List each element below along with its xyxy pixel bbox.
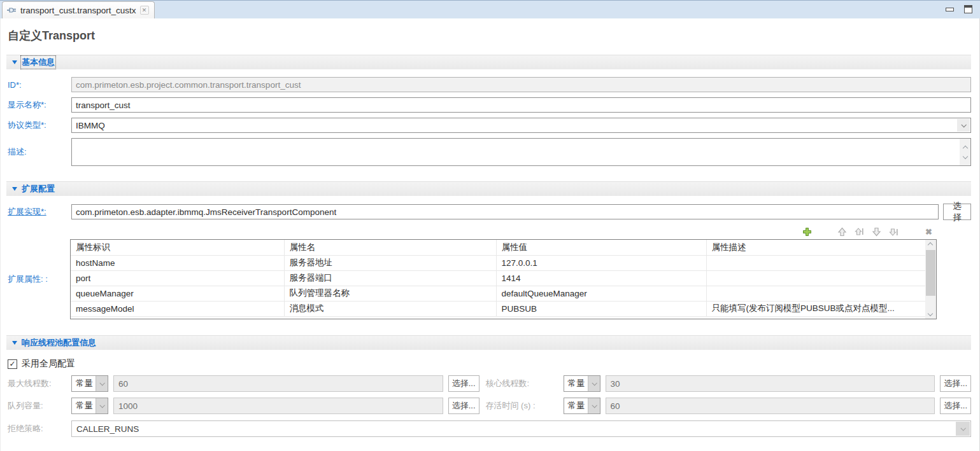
col-header-value[interactable]: 属性值 bbox=[496, 240, 706, 255]
section-thread-pool[interactable]: 响应线程池配置信息 bbox=[6, 335, 971, 350]
col-header-key[interactable]: 属性标识 bbox=[71, 240, 284, 255]
ext-props-label: 扩展属性: : bbox=[6, 274, 70, 285]
section-ext-config-title: 扩展配置 bbox=[22, 183, 55, 195]
cell-name[interactable]: 消息模式 bbox=[284, 301, 496, 316]
display-name-label: 显示名称*: bbox=[8, 99, 71, 111]
scroll-up-icon[interactable] bbox=[928, 242, 933, 247]
chevron-down-icon bbox=[588, 398, 600, 413]
chevron-down-icon bbox=[96, 376, 108, 391]
max-threads-label: 最大线程数: bbox=[8, 378, 71, 389]
table-row[interactable]: messageModel 消息模式 PUBSUB 只能填写(发布订阅模型PUBS… bbox=[71, 301, 925, 316]
delete-row-icon[interactable]: ✖ bbox=[923, 226, 934, 237]
maximize-view-icon[interactable] bbox=[964, 5, 972, 13]
cell-key[interactable]: queueManager bbox=[71, 286, 284, 301]
global-config-checkbox[interactable]: ✓ bbox=[8, 359, 17, 369]
table-row[interactable]: port 服务器端口 1414 bbox=[71, 270, 925, 286]
cell-value[interactable]: PUBSUB bbox=[496, 301, 706, 316]
tab-title: transport_cust.transport_custx bbox=[20, 6, 136, 15]
mode-value: 常量 bbox=[564, 398, 588, 413]
queue-capacity-label: 队列容量: bbox=[8, 400, 71, 412]
cell-name[interactable]: 服务器地址 bbox=[284, 255, 496, 270]
move-to-bottom-icon[interactable] bbox=[888, 226, 899, 237]
max-threads-choose-button[interactable]: 选择... bbox=[448, 375, 479, 392]
cell-desc[interactable] bbox=[706, 255, 925, 270]
cell-desc[interactable] bbox=[706, 286, 925, 301]
keep-alive-mode-select: 常量 bbox=[564, 398, 600, 414]
keep-alive-label: 存活时间 (s) : bbox=[486, 400, 564, 412]
ext-impl-choose-button[interactable]: 选择 bbox=[943, 204, 971, 220]
scroll-down-icon[interactable] bbox=[928, 311, 933, 316]
keep-alive-input: 60 bbox=[606, 398, 935, 414]
table-row[interactable]: hostName 服务器地址 127.0.0.1 bbox=[71, 255, 925, 270]
col-header-desc[interactable]: 属性描述 bbox=[706, 240, 925, 255]
max-threads-mode-select: 常量 bbox=[71, 375, 108, 392]
chevron-down-icon bbox=[588, 376, 600, 391]
queue-capacity-mode-select: 常量 bbox=[71, 398, 108, 414]
queue-capacity-input: 1000 bbox=[113, 398, 443, 414]
table-header-row: 属性标识 属性名 属性值 属性描述 bbox=[71, 240, 925, 255]
id-label: ID*: bbox=[8, 80, 71, 90]
protocol-type-label: 协议类型*: bbox=[8, 120, 71, 131]
core-threads-label: 核心线程数: bbox=[486, 378, 564, 389]
cell-desc[interactable]: 只能填写(发布订阅模型PUBSUB或点对点模型... bbox=[706, 301, 925, 316]
core-threads-choose-button[interactable]: 选择... bbox=[940, 375, 971, 392]
section-collapse-icon bbox=[12, 341, 17, 345]
ext-props-table: 属性标识 属性名 属性值 属性描述 hostName 服务器地址 127.0.0… bbox=[70, 239, 937, 319]
chevron-down-icon bbox=[956, 422, 970, 436]
cell-value[interactable]: 127.0.0.1 bbox=[496, 255, 706, 270]
tab-close-icon[interactable]: ✕ bbox=[140, 6, 149, 15]
queue-capacity-choose-button[interactable]: 选择... bbox=[448, 398, 479, 414]
core-threads-mode-select: 常量 bbox=[564, 375, 600, 392]
ext-impl-link[interactable]: 扩展实现*: bbox=[8, 206, 71, 218]
cell-value[interactable]: defaultQueueManager bbox=[496, 286, 706, 301]
core-threads-input: 30 bbox=[606, 375, 935, 392]
protocol-type-value: IBMMQ bbox=[76, 121, 105, 130]
keep-alive-choose-button[interactable]: 选择... bbox=[940, 398, 971, 414]
display-name-input[interactable]: transport_cust bbox=[71, 97, 971, 113]
section-basic-info-title: 基本信息 bbox=[22, 57, 55, 68]
description-label: 描述: bbox=[8, 146, 71, 158]
global-config-label: 采用全局配置 bbox=[22, 358, 75, 370]
mode-value: 常量 bbox=[72, 398, 96, 413]
cell-desc[interactable] bbox=[706, 270, 925, 286]
section-collapse-icon bbox=[12, 187, 17, 191]
scroll-down-icon[interactable] bbox=[962, 153, 967, 158]
ext-props-toolbar: ✖ bbox=[6, 226, 934, 237]
id-input: com.primeton.esb.project.common.transpor… bbox=[71, 77, 971, 92]
cell-key[interactable]: hostName bbox=[71, 255, 284, 270]
move-to-top-icon[interactable] bbox=[854, 226, 865, 237]
reject-policy-select: CALLER_RUNS bbox=[71, 420, 971, 437]
reject-policy-value: CALLER_RUNS bbox=[76, 424, 139, 434]
chevron-down-icon[interactable] bbox=[957, 119, 970, 132]
mode-value: 常量 bbox=[564, 376, 588, 391]
cell-name[interactable]: 队列管理器名称 bbox=[284, 286, 496, 301]
move-up-icon[interactable] bbox=[837, 226, 848, 237]
cell-key[interactable]: port bbox=[71, 270, 284, 286]
section-basic-info[interactable]: 基本信息 bbox=[6, 55, 971, 69]
editor-tab-bar: transport_cust.transport_custx ✕ bbox=[0, 0, 980, 18]
table-row[interactable]: queueManager 队列管理器名称 defaultQueueManager bbox=[71, 286, 925, 301]
description-scrollbar[interactable] bbox=[960, 139, 970, 165]
add-row-icon[interactable] bbox=[802, 226, 813, 237]
transport-editor: 自定义Transport 基本信息 ID*: com.primeton.esb.… bbox=[0, 18, 980, 451]
cell-key[interactable]: messageModel bbox=[71, 301, 284, 316]
section-ext-config[interactable]: 扩展配置 bbox=[6, 181, 971, 196]
move-down-icon[interactable] bbox=[871, 226, 882, 237]
transport-plug-icon bbox=[7, 6, 17, 14]
col-header-name[interactable]: 属性名 bbox=[284, 240, 496, 255]
cell-name[interactable]: 服务器端口 bbox=[284, 270, 496, 286]
scroll-up-icon[interactable] bbox=[962, 145, 967, 150]
protocol-type-select[interactable]: IBMMQ bbox=[71, 118, 971, 133]
table-scrollbar[interactable] bbox=[925, 240, 936, 319]
mode-value: 常量 bbox=[72, 376, 96, 391]
page-title: 自定义Transport bbox=[6, 18, 971, 43]
minimize-view-icon[interactable] bbox=[946, 8, 954, 11]
section-collapse-icon bbox=[12, 60, 17, 64]
scrollbar-thumb[interactable] bbox=[926, 250, 935, 296]
tab-transport-cust[interactable]: transport_cust.transport_custx ✕ bbox=[2, 1, 155, 18]
cell-value[interactable]: 1414 bbox=[496, 270, 706, 286]
reject-policy-label: 拒绝策略: bbox=[8, 423, 71, 434]
chevron-down-icon bbox=[96, 398, 108, 413]
ext-impl-input[interactable]: com.primeton.esb.adapter.ibmmq.JmsReceiv… bbox=[71, 204, 939, 219]
description-textarea[interactable] bbox=[71, 138, 971, 166]
